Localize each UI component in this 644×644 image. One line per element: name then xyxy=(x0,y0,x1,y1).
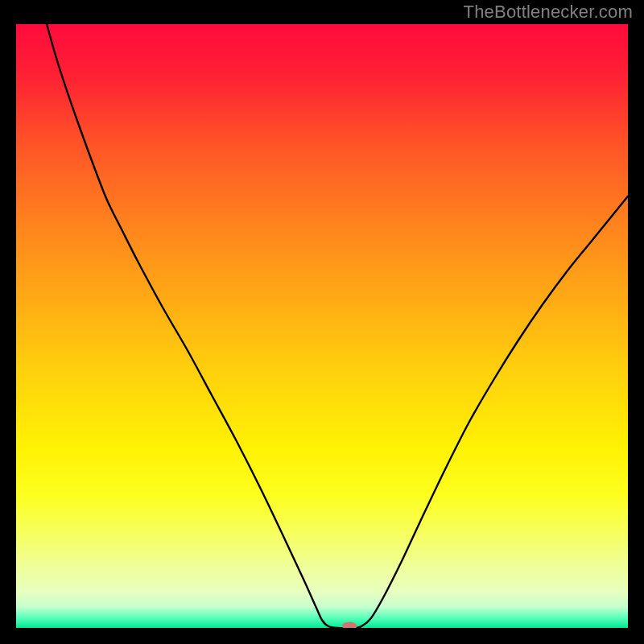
plot-area xyxy=(16,24,628,628)
gradient-background xyxy=(16,24,628,628)
bottleneck-chart xyxy=(16,24,628,628)
watermark-text: TheBottlenecker.com xyxy=(464,2,633,23)
chart-frame: TheBottlenecker.com xyxy=(0,0,644,644)
